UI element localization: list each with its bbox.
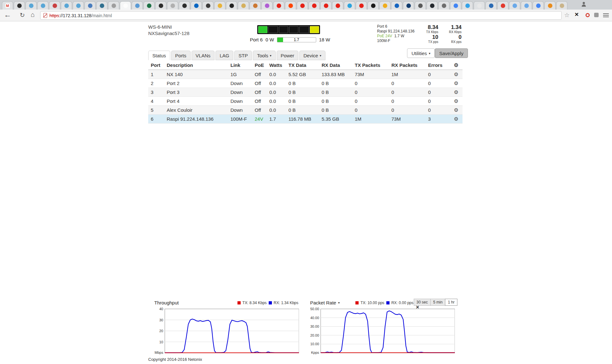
browser-tab[interactable]	[143, 1, 155, 10]
table-row-port-4[interactable]: 4Port 4DownOff0.00 B0 B000⚙	[148, 97, 463, 106]
table-row-port-3[interactable]: 3Port 3DownOff0.00 B0 B000⚙	[148, 88, 463, 97]
tab-tools[interactable]: Tools▾	[253, 51, 275, 60]
browser-tab[interactable]	[273, 1, 284, 10]
browser-tab[interactable]	[250, 1, 261, 10]
device-hostname: NXSavignac57-128	[148, 31, 189, 36]
tab-favicon-icon	[288, 4, 293, 8]
browser-tab[interactable]	[261, 1, 273, 10]
browser-tab[interactable]	[238, 1, 249, 10]
profile-icon[interactable]	[581, 2, 586, 8]
browser-tab[interactable]	[108, 1, 119, 10]
tab-vlans[interactable]: VLANs	[192, 51, 215, 60]
home-icon[interactable]: ⌂	[31, 11, 35, 18]
cell-err: 0	[426, 81, 450, 86]
tab-power[interactable]: Power	[277, 51, 299, 60]
row-gear-icon[interactable]: ⚙	[450, 116, 463, 122]
bookmark-star-icon[interactable]: ☆	[564, 11, 570, 19]
browser-tab[interactable]	[214, 1, 225, 10]
row-gear-icon[interactable]: ⚙	[450, 71, 463, 77]
packet-rate-plot: 10.0020.0030.0040.0050.00Kpps	[305, 307, 455, 357]
tab-lag[interactable]: LAG	[215, 51, 233, 60]
tab-stp[interactable]: STP	[234, 51, 252, 60]
range-5min-button[interactable]: 5 min	[430, 299, 445, 306]
browser-tab[interactable]	[155, 1, 166, 10]
table-row-port-2[interactable]: 2Port 2DownOff0.00 B0 B000⚙	[148, 79, 463, 88]
browser-tab[interactable]	[450, 1, 461, 10]
table-row-port-6[interactable]: 6Raspi 91.224.148.136100M-F24V1.7116.78 …	[148, 115, 463, 124]
browser-tab[interactable]	[61, 1, 72, 10]
browser-tab[interactable]	[320, 1, 332, 10]
browser-tab[interactable]	[544, 1, 556, 10]
browser-tab[interactable]	[509, 1, 520, 10]
refresh-icon[interactable]: ↻	[20, 11, 25, 19]
tab-status[interactable]: Status	[148, 51, 170, 60]
browser-tab[interactable]	[485, 1, 497, 10]
browser-tab[interactable]	[49, 1, 60, 10]
cell-err: 0	[426, 98, 450, 104]
browser-tab[interactable]	[297, 1, 308, 10]
browser-tab[interactable]	[391, 1, 402, 10]
browser-tab[interactable]	[438, 1, 449, 10]
security-warning-icon[interactable]	[43, 13, 47, 18]
row-gear-icon[interactable]: ⚙	[450, 80, 463, 86]
browser-tab[interactable]	[120, 1, 131, 10]
browser-menu-icon[interactable]	[603, 13, 609, 18]
watts-max: 18 W	[319, 37, 330, 42]
cell-err: 0	[426, 72, 450, 77]
cell-desc: Alex Couloir	[164, 107, 228, 113]
browser-tab[interactable]	[344, 1, 355, 10]
browser-tab[interactable]	[285, 1, 296, 10]
browser-tab[interactable]	[462, 1, 473, 10]
table-row-port-5[interactable]: 5Alex CouloirDownOff0.00 B0 B000⚙	[148, 106, 463, 115]
row-gear-icon[interactable]: ⚙	[450, 98, 463, 104]
cell-rx: 0 B	[319, 107, 352, 113]
cell-port: 6	[148, 116, 164, 122]
range-1hr-button[interactable]: 1 hr	[445, 299, 457, 306]
browser-tab[interactable]: M	[2, 1, 13, 10]
browser-tab[interactable]	[497, 1, 508, 10]
browser-tab[interactable]	[96, 1, 107, 10]
port-status-table: PortDescriptionLinkPoEWattsTX DataRX Dat…	[148, 61, 463, 124]
browser-tab[interactable]	[556, 1, 567, 10]
browser-tab[interactable]	[426, 1, 438, 10]
browser-tab[interactable]	[309, 1, 320, 10]
tab-favicon-icon	[536, 4, 541, 8]
browser-tab[interactable]	[332, 1, 343, 10]
browser-tab[interactable]	[368, 1, 379, 10]
extension-x-icon[interactable]: ×	[575, 11, 579, 18]
back-icon[interactable]: ←	[4, 11, 11, 19]
browser-tab[interactable]	[202, 1, 214, 10]
browser-tab[interactable]	[403, 1, 414, 10]
browser-tab[interactable]	[226, 1, 237, 10]
extension-circle-icon[interactable]	[586, 13, 590, 17]
table-settings-gear-icon[interactable]: ⚙	[450, 62, 463, 68]
browser-tab[interactable]	[415, 1, 426, 10]
browser-tab[interactable]	[26, 1, 37, 10]
browser-tab[interactable]	[179, 1, 190, 10]
tab-ports[interactable]: Ports	[171, 51, 191, 60]
browser-tab[interactable]	[84, 1, 96, 10]
extension-icon[interactable]	[594, 13, 599, 17]
utilities-button[interactable]: Utilities ▾	[407, 48, 435, 58]
browser-tab[interactable]	[474, 1, 485, 10]
row-gear-icon[interactable]: ⚙	[450, 89, 463, 95]
browser-tab[interactable]	[356, 1, 367, 10]
browser-tab[interactable]	[191, 1, 202, 10]
browser-tab[interactable]	[37, 1, 48, 10]
browser-tab[interactable]	[167, 1, 178, 10]
browser-tab[interactable]	[533, 1, 544, 10]
close-icon[interactable]: ×	[416, 305, 419, 310]
browser-tab[interactable]	[132, 1, 143, 10]
table-row-port-1[interactable]: 1NX 1401GOff0.05.52 GB133.83 MB73M1M0⚙	[148, 70, 463, 79]
address-bar[interactable]: https://172.31.31.128/main.html	[40, 11, 562, 20]
tab-favicon-icon	[123, 4, 128, 8]
save-apply-button[interactable]: Save/Apply	[435, 48, 468, 58]
browser-tab[interactable]	[73, 1, 84, 10]
packet-rate-title[interactable]: Packet Rate ▾	[310, 300, 340, 305]
browser-tabs: M	[2, 0, 568, 10]
browser-tab[interactable]	[379, 1, 390, 10]
row-gear-icon[interactable]: ⚙	[450, 107, 463, 113]
tab-device[interactable]: Device▾	[299, 51, 325, 60]
browser-tab[interactable]	[521, 1, 532, 10]
browser-tab[interactable]	[14, 1, 25, 10]
